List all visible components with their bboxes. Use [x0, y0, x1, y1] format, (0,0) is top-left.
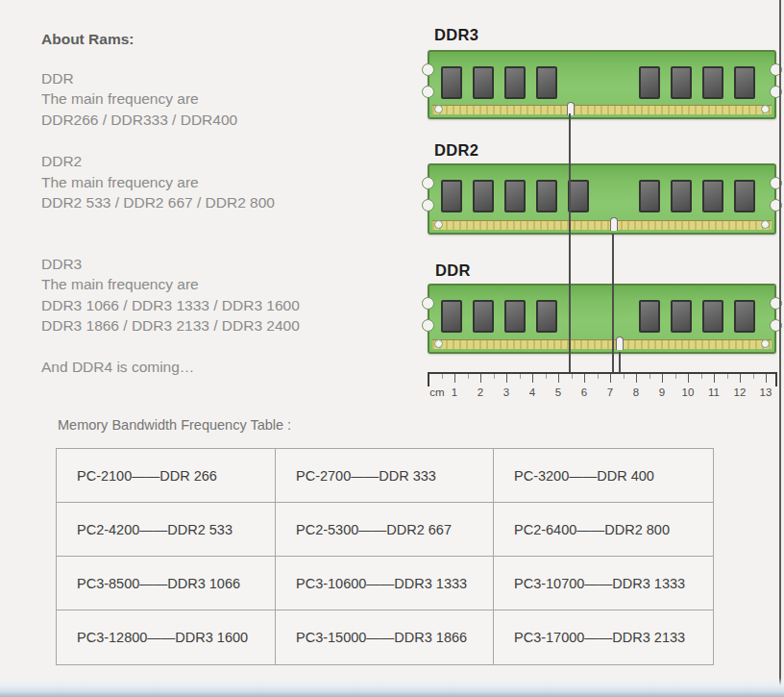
ruler-tick	[701, 374, 702, 379]
memory-chip	[441, 66, 462, 99]
freq-cell: PC3-10700——DDR3 1333	[494, 557, 713, 610]
ruler-number: 1	[452, 386, 457, 398]
ddr3-chip-group-left	[441, 66, 557, 99]
ruler-tick	[636, 374, 637, 383]
ddr-section: DDR The main frequency are DDR266 / DDR3…	[41, 68, 426, 131]
ddr-module-image	[428, 284, 776, 354]
ruler-unit-label: cm	[429, 386, 444, 398]
ruler-tick	[740, 374, 741, 383]
memory-chip	[702, 66, 723, 99]
freq-cell: PC-2700——DDR 333	[276, 449, 494, 503]
ddr4-footnote: And DDR4 is coming…	[41, 357, 426, 378]
memory-chip	[473, 66, 494, 99]
ddr2-corner-hole	[761, 220, 770, 229]
ruler-tick	[532, 374, 533, 383]
ruler-number: 6	[581, 386, 587, 398]
ddr2-contact-strip	[432, 220, 772, 230]
ruler-tick	[766, 374, 767, 383]
memory-chip	[568, 180, 589, 212]
ruler-tick	[727, 374, 728, 379]
memory-chip	[639, 66, 660, 99]
ddr2-chip-group-left	[441, 180, 589, 212]
ddr2-line2: DDR2 533 / DDR2 667 / DDR2 800	[41, 192, 426, 213]
memory-chip	[734, 300, 755, 333]
memory-chip	[734, 66, 755, 99]
memory-chip	[504, 180, 526, 212]
ddr-contact-strip	[432, 339, 772, 349]
ddr-module-label: DDR	[435, 261, 471, 280]
ddr3-corner-hole	[761, 105, 770, 113]
ddr3-line1: The main frequency are	[41, 274, 426, 295]
freq-cell: PC2-4200——DDR2 533	[57, 503, 276, 557]
ruler-tick	[442, 374, 443, 379]
freq-cell: PC2-5300——DDR2 667	[276, 503, 494, 557]
ddr3-chip-group-right	[639, 66, 755, 99]
memory-chip	[504, 66, 526, 99]
ddr-chip-group-left	[441, 300, 557, 333]
ddr-clip-cutout	[422, 297, 434, 310]
freq-cell: PC3-8500——DDR3 1066	[57, 557, 276, 610]
ddr-chip-group-right	[639, 300, 755, 333]
freq-table-title: Memory Bandwidth Frequency Table :	[58, 417, 291, 433]
memory-chip	[639, 180, 660, 212]
memory-chip	[473, 300, 494, 333]
ddr2-module-label: DDR2	[434, 141, 478, 160]
about-title: About Rams:	[41, 29, 426, 50]
ruler-tick	[649, 374, 650, 379]
ruler-tick	[624, 374, 625, 379]
ruler-number: 5	[555, 386, 561, 398]
ddr-line2: DDR266 / DDR333 / DDR400	[41, 110, 426, 131]
ddr3-contact-strip	[432, 105, 772, 114]
ruler-number: 4	[529, 386, 535, 398]
ruler-tick	[506, 374, 507, 383]
ruler-number: 10	[682, 386, 695, 398]
ddr3-clip-cutout	[422, 63, 434, 76]
ddr-line1: The main frequency are	[41, 88, 426, 110]
ruler-tick	[675, 374, 676, 379]
ddr3-section: DDR3 The main frequency are DDR3 1066 / …	[41, 254, 426, 336]
bottom-border-bar	[0, 678, 784, 697]
memory-chip	[441, 300, 462, 333]
memory-chip	[671, 180, 692, 212]
memory-chip	[734, 180, 755, 212]
ruler-number: 12	[734, 386, 747, 398]
ruler-number: 11	[708, 386, 720, 398]
freq-cell: PC3-12800——DDR3 1600	[57, 610, 276, 664]
ddr3-clip-cutout	[422, 86, 434, 98]
ddr-key-notch	[616, 336, 624, 350]
ruler-tick	[598, 374, 599, 379]
ddr-clip-cutout	[422, 319, 434, 332]
memory-chip	[536, 180, 557, 212]
freq-cell: PC-3200——DDR 400	[494, 449, 713, 503]
ruler-number: 2	[478, 386, 483, 398]
ruler-tick	[558, 374, 559, 383]
ruler-tick	[480, 374, 481, 383]
ruler-tick	[775, 374, 777, 386]
memory-chip	[473, 180, 494, 212]
freq-cell: PC2-6400——DDR2 800	[494, 503, 713, 557]
ruler-tick	[610, 374, 611, 383]
ruler: 12345678910111213cm	[428, 372, 777, 403]
ruler-tick	[688, 374, 689, 383]
ruler-number: 3	[503, 386, 509, 398]
ruler-tick	[546, 374, 547, 379]
ddr-corner-hole	[761, 339, 770, 348]
ddr2-heading: DDR2	[41, 151, 426, 172]
memory-chip	[702, 300, 723, 333]
ruler-number: 9	[659, 386, 665, 398]
freq-cell: PC3-17000——DDR3 2133	[494, 610, 713, 664]
memory-chip	[639, 300, 660, 333]
ddr-corner-hole	[434, 339, 443, 348]
memory-chip	[702, 180, 723, 212]
memory-chip	[671, 66, 692, 99]
ruler-tick	[468, 374, 469, 379]
ruler-number: 13	[760, 386, 772, 398]
right-edge-line	[779, 0, 781, 697]
ruler-tick	[584, 374, 585, 383]
ddr3-line2: DDR3 1066 / DDR3 1333 / DDR3 1600	[41, 295, 426, 316]
ddr2-chip-group-right	[639, 180, 755, 212]
ddr3-heading: DDR3	[41, 254, 426, 275]
ruler-tick	[714, 374, 715, 383]
ddr2-key-notch	[610, 217, 618, 231]
freq-cell: PC3-10600——DDR3 1333	[276, 557, 494, 610]
